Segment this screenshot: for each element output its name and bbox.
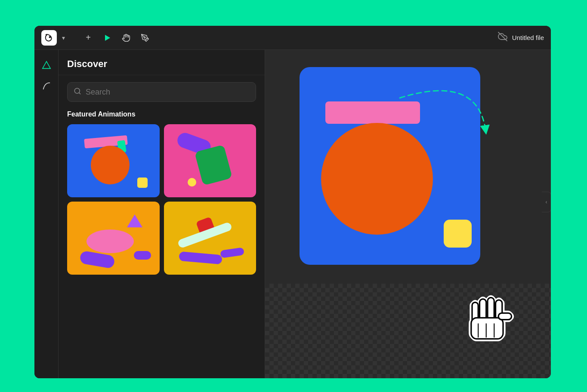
card1-orange-circle xyxy=(91,146,130,184)
card3-pink-blob xyxy=(87,230,134,253)
canvas-pink-rectangle xyxy=(325,101,420,124)
titlebar-left: ▾ + xyxy=(41,30,153,46)
panel-header: Discover xyxy=(59,50,265,75)
canvas-orange-circle xyxy=(321,123,433,235)
content-area: Discover Featured Animations xyxy=(34,50,551,378)
search-icon xyxy=(74,87,81,97)
canvas-area[interactable] xyxy=(265,50,551,378)
pen-curve-icon[interactable] xyxy=(38,77,55,95)
search-bar[interactable] xyxy=(67,82,256,102)
card3-triangle xyxy=(127,214,142,227)
icon-strip xyxy=(34,50,59,378)
panel-title: Discover xyxy=(67,58,256,70)
cloud-off-icon xyxy=(497,31,508,44)
hand-cursor-icon xyxy=(469,295,516,352)
animation-card-4[interactable] xyxy=(164,202,256,275)
pen-tool-button[interactable] xyxy=(137,30,153,46)
discover-panel: Discover Featured Animations xyxy=(59,50,265,378)
svg-marker-4 xyxy=(42,61,50,69)
card4-purple-squiggle1 xyxy=(179,251,222,265)
titlebar-right: Untitled file xyxy=(497,31,544,44)
animation-card-1[interactable] xyxy=(67,124,160,197)
panel-body: Featured Animations xyxy=(59,75,265,378)
svg-line-6 xyxy=(79,92,80,94)
titlebar: ▾ + xyxy=(34,26,551,50)
hand-tool-button[interactable] xyxy=(118,30,134,46)
svg-rect-11 xyxy=(471,318,503,339)
card2-green-rect xyxy=(194,144,232,185)
play-button[interactable] xyxy=(99,30,115,46)
shape-tool-icon[interactable] xyxy=(38,57,55,74)
animation-card-3[interactable] xyxy=(67,202,160,275)
chevron-down-icon[interactable]: ▾ xyxy=(60,33,67,43)
svg-point-0 xyxy=(49,36,51,38)
add-button[interactable]: + xyxy=(80,30,96,46)
card4-purple-squiggle2 xyxy=(220,247,244,258)
section-title-featured: Featured Animations xyxy=(67,110,256,118)
file-title: Untitled file xyxy=(512,34,544,41)
svg-point-2 xyxy=(144,37,145,38)
main-animation-card xyxy=(300,67,480,265)
logo-button[interactable] xyxy=(41,30,57,46)
card1-yellow-sq xyxy=(137,178,148,188)
search-input[interactable] xyxy=(86,88,250,97)
animation-card-2[interactable] xyxy=(164,124,256,197)
card2-yellow-dot xyxy=(188,178,196,187)
card3-purple-squiggle2 xyxy=(134,251,151,260)
svg-marker-1 xyxy=(105,35,110,41)
canvas-yellow-square xyxy=(444,220,472,248)
svg-rect-12 xyxy=(498,313,512,319)
app-window: ▾ + xyxy=(34,26,551,378)
animations-grid xyxy=(67,124,256,275)
